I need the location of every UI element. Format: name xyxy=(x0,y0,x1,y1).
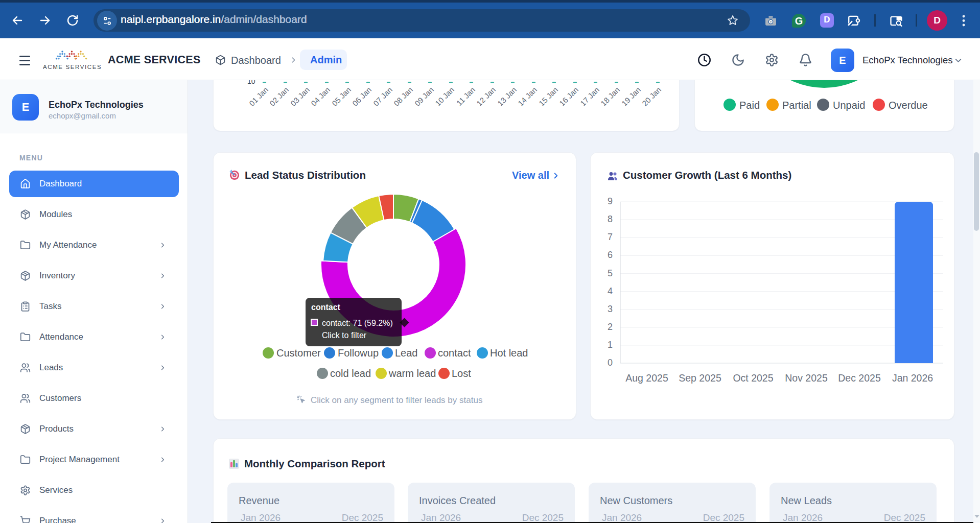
svg-text:ACME SERVICES: ACME SERVICES xyxy=(43,64,102,70)
